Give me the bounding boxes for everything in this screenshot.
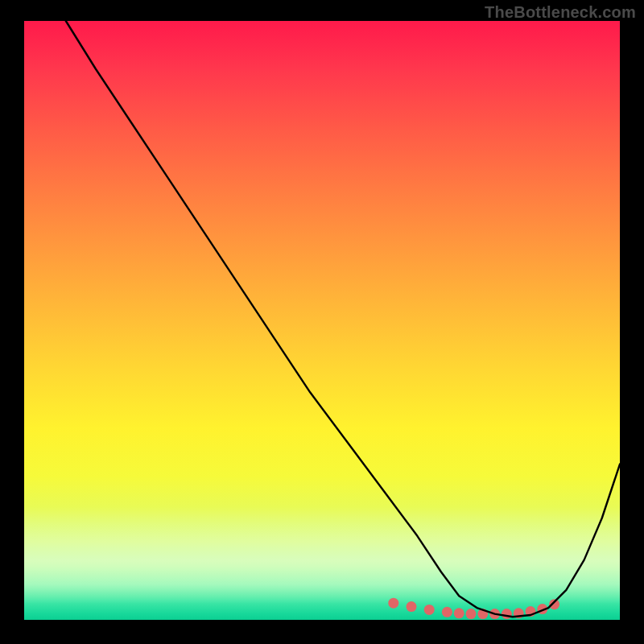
plot-area [24,21,620,620]
optimal-dot [442,607,452,617]
chart-frame: TheBottleneck.com [0,0,644,644]
watermark-text: TheBottleneck.com [485,3,636,22]
marker-dots-group [388,598,559,619]
optimal-dot [424,605,435,615]
bottleneck-curve-line [66,21,620,617]
chart-svg [24,21,620,620]
optimal-dot [502,609,512,619]
optimal-dot [407,601,417,612]
optimal-dot [466,609,477,619]
optimal-dot [388,598,398,609]
optimal-dot [454,608,464,618]
